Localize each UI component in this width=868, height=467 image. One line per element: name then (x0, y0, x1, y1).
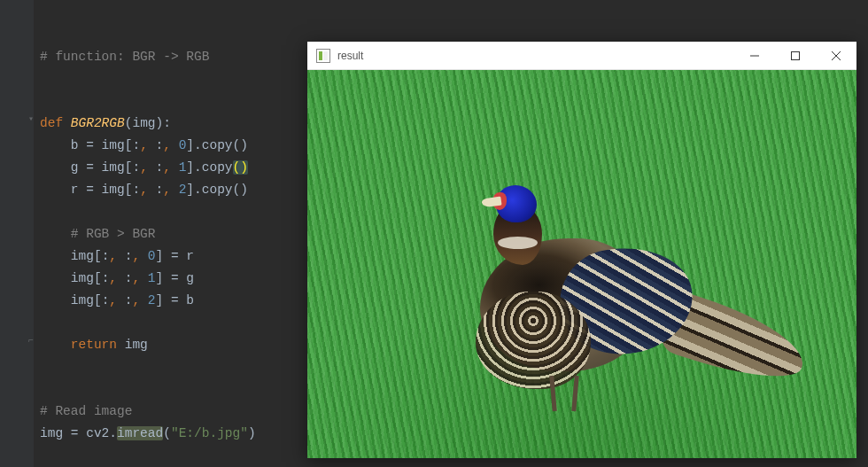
minimize-button[interactable] (734, 42, 775, 70)
image-subject (427, 185, 755, 416)
window-title: result (337, 50, 363, 62)
svg-rect-1 (792, 51, 800, 59)
highlighted-identifier: imread (117, 426, 163, 440)
maximize-button[interactable] (775, 42, 816, 70)
window-titlebar[interactable]: result (307, 42, 856, 70)
image-viewport (307, 70, 856, 458)
close-button[interactable] (816, 42, 856, 70)
comment-text: # function: BGR -> RGB (40, 50, 209, 64)
result-window[interactable]: result (307, 42, 856, 458)
highlighted-paren: () (233, 160, 248, 175)
app-icon (316, 49, 330, 63)
